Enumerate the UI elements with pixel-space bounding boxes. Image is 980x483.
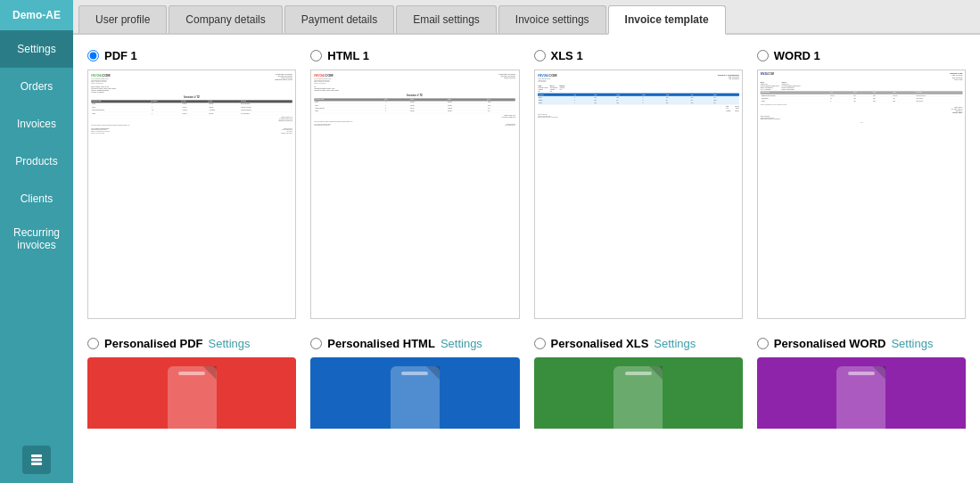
personalised-label-xls: Personalised XLS Settings (534, 337, 743, 350)
personalised-label-word: Personalised WORD Settings (757, 337, 966, 350)
personalised-thumb-pdf[interactable] (87, 357, 296, 429)
pdf-doc-corner (203, 366, 217, 380)
personalised-name-pdf: Personalised PDF (104, 337, 203, 350)
personalised-row: Personalised PDF Settings Personalised H… (87, 337, 966, 429)
personalised-name-word: Personalised WORD (774, 337, 886, 350)
template-option-xls1: XLS 1 INV24.COM Some Business NameAddres… (534, 49, 743, 319)
template-option-pdf1: PDF 1 INV24.COM INV 24 internet Solution… (87, 49, 296, 319)
template-option-html1: HTML 1 INV24.COM INV 24 internet Solutio… (310, 49, 519, 319)
sidebar-item-settings[interactable]: Settings (0, 30, 73, 68)
template-preview-word1[interactable]: INV24.COM Service # 200 Date: 21/11/2018… (757, 70, 966, 319)
html-doc-corner (426, 366, 440, 380)
tab-email-settings[interactable]: Email settings (396, 5, 497, 33)
sidebar: Demo-AE Settings Orders Invoices Product… (0, 0, 73, 483)
template-preview-xls1[interactable]: INV24.COM Some Business NameAddress Line… (534, 70, 743, 319)
template-radio-word1[interactable] (757, 50, 769, 61)
template-name-xls1: XLS 1 (551, 49, 583, 62)
html-doc-shape (391, 366, 440, 429)
tab-user-profile[interactable]: User profile (78, 5, 167, 33)
sidebar-bottom (0, 437, 73, 483)
personalised-thumb-word[interactable] (757, 357, 966, 429)
word-doc-shape (836, 366, 885, 429)
sidebar-action-button[interactable] (22, 446, 51, 474)
personalised-radio-word[interactable] (757, 338, 769, 349)
personalised-settings-pdf[interactable]: Settings (209, 337, 251, 350)
tab-payment-details[interactable]: Payment details (284, 5, 394, 33)
main-area: User profile Company details Payment det… (73, 0, 980, 483)
pdf-doc-shape (168, 366, 217, 429)
tabs-bar: User profile Company details Payment det… (73, 0, 980, 35)
template-label-xls1: XLS 1 (534, 49, 583, 62)
sidebar-item-clients[interactable]: Clients (0, 180, 73, 217)
sidebar-demo-label: Demo-AE (0, 0, 73, 30)
template-name-pdf1: PDF 1 (104, 49, 137, 62)
personalised-thumb-xls[interactable] (534, 357, 743, 429)
content-area: PDF 1 INV24.COM INV 24 internet Solution… (73, 35, 980, 483)
personalised-name-xls: Personalised XLS (551, 337, 649, 350)
personalised-option-pdf: Personalised PDF Settings (87, 337, 296, 429)
personalised-settings-html[interactable]: Settings (441, 337, 482, 350)
personalised-radio-xls[interactable] (534, 338, 546, 349)
template-name-word1: WORD 1 (774, 49, 820, 62)
personalised-settings-word[interactable]: Settings (891, 337, 933, 350)
personalised-option-html: Personalised HTML Settings (310, 337, 519, 429)
personalised-thumb-html[interactable] (310, 357, 519, 429)
personalised-name-html: Personalised HTML (327, 337, 435, 350)
personalised-option-xls: Personalised XLS Settings (534, 337, 743, 429)
sidebar-item-orders[interactable]: Orders (0, 68, 73, 105)
template-preview-html1[interactable]: INV24.COM INV 24 internet Solutions bvba… (310, 70, 519, 319)
template-radio-pdf1[interactable] (87, 50, 99, 61)
template-label-html1: HTML 1 (310, 49, 369, 62)
template-option-word1: WORD 1 INV24.COM Service # 200 Date: 21/… (757, 49, 966, 319)
tab-company-details[interactable]: Company details (169, 5, 282, 33)
template-radio-xls1[interactable] (534, 50, 546, 61)
template-options-row: PDF 1 INV24.COM INV 24 internet Solution… (87, 49, 966, 319)
svg-rect-2 (31, 463, 42, 465)
personalised-label-pdf: Personalised PDF Settings (87, 337, 296, 350)
sidebar-item-invoices[interactable]: Invoices (0, 105, 73, 143)
xls-doc-shape (614, 366, 663, 429)
personalised-label-html: Personalised HTML Settings (310, 337, 519, 350)
personalised-radio-pdf[interactable] (87, 338, 99, 349)
template-label-word1: WORD 1 (757, 49, 820, 62)
word-doc-corner (872, 366, 885, 380)
svg-rect-0 (31, 454, 42, 457)
template-name-html1: HTML 1 (327, 49, 369, 62)
template-preview-pdf1[interactable]: INV24.COM INV 24 internet Solutions bvba… (87, 70, 296, 319)
tab-invoice-settings[interactable]: Invoice settings (498, 5, 606, 33)
template-label-pdf1: PDF 1 (87, 49, 137, 62)
template-radio-html1[interactable] (310, 50, 322, 61)
personalised-option-word: Personalised WORD Settings (757, 337, 966, 429)
tab-invoice-template[interactable]: Invoice template (608, 5, 726, 35)
xls-doc-corner (649, 366, 663, 380)
personalised-settings-xls[interactable]: Settings (654, 337, 696, 350)
svg-rect-1 (31, 459, 42, 462)
sidebar-item-products[interactable]: Products (0, 143, 73, 180)
personalised-radio-html[interactable] (310, 338, 322, 349)
sidebar-item-recurring[interactable]: Recurring invoices (0, 217, 73, 260)
